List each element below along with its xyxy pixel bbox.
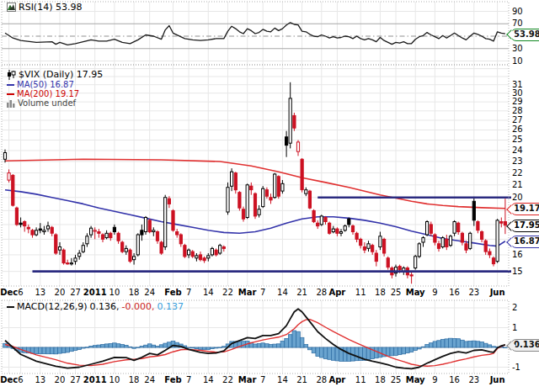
macd-histogram-bar	[147, 344, 152, 347]
candle	[168, 196, 170, 208]
candle	[270, 193, 272, 204]
candle	[437, 241, 440, 252]
price-ytick: 23	[512, 156, 523, 166]
macd-histogram-bar	[488, 345, 492, 347]
macd-histogram-bar	[292, 331, 296, 347]
macd-histogram-bar	[355, 347, 359, 361]
chart-canvas	[0, 0, 539, 392]
price-ytick: 25	[512, 135, 523, 144]
ma200-swatch	[7, 93, 14, 95]
candle	[332, 226, 334, 234]
candle	[453, 220, 456, 236]
candle	[211, 247, 213, 257]
macd-histogram-bar	[163, 343, 168, 347]
candle	[164, 195, 167, 251]
candle	[414, 255, 417, 270]
macd-histogram-bar	[97, 345, 101, 347]
macd-histogram-bar	[402, 347, 406, 354]
macd-ytick: -1	[512, 363, 520, 372]
candle	[51, 226, 53, 236]
macd-histogram-bar	[273, 344, 277, 347]
price-ytick: 28	[512, 106, 523, 115]
candle	[422, 236, 424, 247]
candle	[27, 225, 29, 233]
candle	[344, 225, 346, 232]
candle	[488, 248, 491, 257]
macd-histogram-bar	[116, 344, 120, 347]
candle	[199, 252, 201, 262]
macd-histogram-bar	[343, 347, 347, 361]
candle	[317, 220, 319, 229]
candle	[176, 229, 179, 238]
candle	[258, 205, 260, 218]
price-ytick: 21	[512, 180, 523, 189]
candle	[371, 244, 374, 255]
candle	[12, 174, 14, 207]
macd-histogram-bar	[449, 338, 453, 347]
macd-histogram-bar	[261, 343, 265, 347]
macd-histogram-bar	[504, 347, 508, 348]
macd-histogram-bar	[50, 347, 54, 354]
macd-histogram-bar	[85, 347, 89, 348]
price-ytick: 16	[512, 250, 523, 259]
candle	[348, 218, 350, 228]
macd-histogram-bar	[38, 347, 42, 354]
candle	[446, 235, 448, 250]
candle	[160, 241, 163, 255]
ma200-label: MA(200) 19.17	[17, 89, 79, 98]
rsi-value-tag: 53.98	[510, 29, 539, 41]
candle	[430, 222, 432, 236]
macd-histogram-bar	[109, 343, 113, 347]
candle	[250, 183, 253, 195]
candle	[46, 222, 49, 232]
candle	[238, 191, 241, 210]
candle	[379, 232, 382, 251]
macd-histogram-bar	[101, 345, 105, 348]
candle	[410, 272, 413, 284]
macd-histogram-bar	[253, 344, 258, 347]
macd-value: 0.136,	[90, 301, 120, 312]
candle	[242, 207, 244, 222]
macd-histogram-bar	[265, 344, 270, 347]
candle	[203, 257, 205, 263]
candle	[504, 199, 506, 234]
macd-histogram-bar	[113, 343, 117, 347]
macd-histogram-bar	[398, 347, 402, 355]
macd-histogram-bar	[386, 347, 390, 356]
candle	[469, 232, 472, 251]
macd-histogram-bar	[331, 347, 335, 360]
candle	[449, 235, 451, 247]
candle	[117, 232, 120, 244]
candle	[144, 216, 147, 235]
candle	[179, 233, 182, 246]
price-ytick: 26	[512, 124, 523, 134]
macd-histogram-bar	[269, 345, 273, 348]
rsi-legend: RSI(14) 53.98	[7, 2, 82, 13]
macd-histogram-bar	[437, 341, 441, 347]
macd-histogram-bar	[46, 347, 51, 354]
macd-ytick: 1	[512, 323, 517, 332]
candle	[55, 233, 57, 255]
rsi-ytick: 90	[512, 7, 523, 16]
candle	[320, 215, 323, 225]
macd-histogram-bar	[406, 347, 410, 353]
candle	[86, 233, 88, 246]
candle	[477, 220, 479, 233]
macd-histogram-bar	[202, 347, 206, 349]
candle	[355, 232, 358, 243]
macd-histogram-bar	[433, 342, 437, 347]
candle	[328, 222, 331, 236]
candle	[101, 233, 104, 242]
price-value-tag: 19.17	[510, 203, 539, 215]
price-ytick: 27	[512, 115, 523, 124]
macd-histogram-bar	[456, 339, 461, 347]
macd-histogram-bar	[159, 345, 163, 347]
candle	[360, 238, 362, 249]
candle	[172, 209, 174, 232]
ma200-legend: MA(200) 19.17	[7, 89, 79, 98]
macd-histogram-bar	[42, 347, 46, 354]
candle	[90, 226, 93, 238]
candle	[496, 219, 499, 262]
macd-histogram-bar	[136, 347, 140, 348]
candle	[184, 244, 186, 258]
